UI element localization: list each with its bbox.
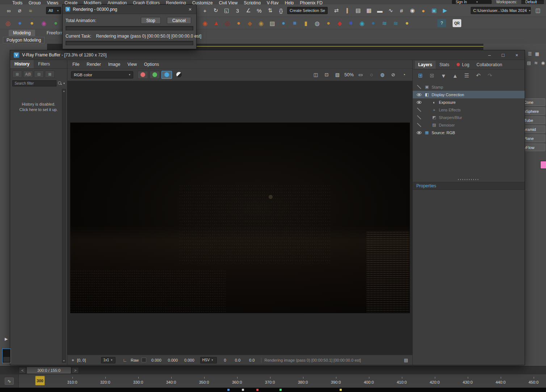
history-enable-link[interactable]: Click here to set it up. (10, 107, 67, 112)
zoom-50-button[interactable]: 50% (344, 71, 354, 79)
ribbon-tab[interactable]: Modeling (9, 30, 35, 36)
panel-tab[interactable]: Collaboration (473, 61, 505, 69)
render-last-icon[interactable]: ◔ (399, 71, 409, 79)
menu-item[interactable]: Rendering (166, 0, 186, 4)
menu-item[interactable]: Tools (12, 0, 22, 4)
visibility-toggle[interactable] (416, 101, 422, 104)
chevron-down-icon[interactable]: ▾ (63, 82, 65, 85)
phoenix-liquid-icon[interactable]: ● (234, 18, 244, 28)
camera-icon[interactable]: ◫ (533, 5, 543, 16)
close-icon[interactable]: × (187, 7, 193, 12)
visibility-toggle[interactable] (416, 93, 422, 96)
sidebar-tab[interactable]: History (10, 60, 34, 68)
visibility-toggle[interactable] (416, 123, 422, 127)
menu-item[interactable]: Help (285, 0, 294, 4)
plugin-red-ring-icon[interactable]: ◎ (3, 18, 13, 28)
menu-item[interactable]: Graph Editors (133, 0, 160, 4)
visibility-toggle[interactable] (416, 108, 422, 112)
sea-tile-icon[interactable]: ≋ (391, 18, 401, 28)
panel-tab[interactable]: Stats (436, 61, 453, 69)
layer-row[interactable]: ▦ Source: RGB (413, 129, 525, 136)
zoom-dropdown[interactable]: 1x1 ▾ (101, 357, 116, 363)
history-set-reference-icon[interactable]: ⊟ (34, 71, 44, 78)
rendered-frame-window-icon[interactable]: ▣ (429, 5, 439, 16)
layer-row[interactable]: ◧ Display Correction (413, 91, 525, 98)
menu-item[interactable]: Create (64, 0, 77, 4)
clear-image-icon[interactable]: ⊘ (388, 71, 398, 79)
menu-item[interactable]: V-Ray (267, 0, 279, 4)
teal-eye-icon[interactable]: ◉ (357, 18, 367, 28)
sign-in-button[interactable]: Sign In ▾ (452, 0, 492, 4)
mono-channel-icon[interactable] (176, 72, 182, 77)
layer-row[interactable]: ◩ Sharpen/Blur (413, 114, 525, 121)
workspace-selector[interactable]: Default (521, 0, 544, 4)
phoenix-fire-icon[interactable]: ▲ (211, 18, 221, 28)
menu-item[interactable]: Modifiers (84, 0, 101, 4)
search-input[interactable]: Search filter (12, 80, 56, 86)
angle-snap-icon[interactable]: ∠ (243, 5, 253, 16)
schematic-view-icon[interactable]: # (396, 5, 407, 16)
scroll-up-icon[interactable]: ▲ (63, 90, 65, 92)
vfb-menu-item[interactable]: Image (108, 62, 120, 68)
ribbon-toggle-icon[interactable]: ▬ (375, 5, 385, 16)
history-compare-ab-icon[interactable]: A|B (23, 71, 33, 78)
layer-row[interactable]: ◐ Exposure (413, 98, 525, 106)
blue-box-icon[interactable]: ■ (346, 18, 356, 28)
visibility-toggle[interactable] (416, 115, 422, 119)
brush-icon[interactable]: ▨ (267, 18, 277, 28)
layer-row[interactable]: ▣ Stamp (413, 83, 525, 91)
chaos-red-icon[interactable]: ◆ (335, 18, 345, 28)
water-drop-icon[interactable]: ● (278, 18, 289, 28)
layer-manager-icon[interactable]: ▦ (364, 5, 374, 16)
phoenix-foam-icon[interactable]: ◆ (245, 18, 255, 28)
timeline-scroll-thumb[interactable]: 300:0 / 155:0 (27, 367, 71, 374)
timeline-ruler[interactable]: ∿ 310:0320:0330:0340:0350:0360:0370:0380… (0, 374, 546, 388)
delete-layer-icon[interactable]: ⊠ (428, 72, 436, 80)
copy-image-icon[interactable]: ⊡ (322, 71, 331, 79)
menu-item[interactable]: Civil View (219, 0, 238, 4)
ice-cube-icon[interactable]: ■ (290, 18, 300, 28)
undo-icon[interactable]: ↶ (474, 72, 482, 80)
menu-item[interactable]: Views (47, 0, 58, 4)
align-icon[interactable]: ∥ (342, 5, 352, 16)
render-production-icon[interactable]: ▶ (440, 5, 450, 16)
panel-tab[interactable]: Log (453, 61, 472, 69)
curve-editor-icon[interactable]: ∿ (386, 5, 396, 16)
blue-channel-button[interactable] (161, 71, 172, 79)
layer-row[interactable]: ▨ Denoiser (413, 121, 525, 129)
select-and-link-icon[interactable]: ∞ (4, 5, 14, 16)
named-selection-sets-dropdown[interactable]: Create Selection Se ▾ (287, 7, 328, 14)
panel-menu-icon[interactable]: ☰ (528, 51, 532, 56)
properties-header[interactable]: Properties (413, 182, 525, 190)
panel-tab[interactable]: Layers (415, 61, 436, 69)
percent-snap-icon[interactable]: % (254, 5, 264, 16)
snap-toggle-icon[interactable]: 3 (232, 5, 243, 16)
visibility-toggle[interactable] (416, 131, 422, 134)
vray-teapot-icon[interactable]: ◉ (256, 18, 266, 28)
vfb-menu-item[interactable]: View (127, 62, 137, 68)
hsv-dropdown[interactable]: HSV ▾ (200, 357, 217, 363)
green-channel-button[interactable] (150, 71, 160, 79)
layer-row[interactable]: + Lens Effects (413, 106, 525, 114)
scene-explorer-icon[interactable]: ▤ (353, 5, 363, 16)
select-and-move-icon[interactable]: + (200, 5, 210, 16)
minimize-icon[interactable]: – (488, 52, 491, 58)
menu-item[interactable]: Animation (108, 0, 127, 4)
panel-sphere-icon[interactable]: ◉ (541, 60, 545, 65)
panel-waves-icon[interactable]: ≋ (534, 60, 538, 65)
panel-list-icon[interactable]: ▤ (527, 60, 531, 65)
save-image-icon[interactable]: ◫ (311, 71, 320, 79)
mirror-icon[interactable]: ⇄ (331, 5, 341, 16)
panel-expand-arrow[interactable]: ▶ (5, 337, 8, 341)
maximize-icon[interactable]: □ (502, 52, 505, 58)
qr-code-icon[interactable]: QR (453, 19, 461, 27)
vfb-menu-item[interactable]: Options (144, 62, 159, 68)
time-slider-playhead[interactable]: 300 (35, 376, 45, 385)
vfb-menu-item[interactable]: File (72, 62, 79, 68)
timeline-prev-button[interactable]: < (19, 367, 26, 374)
mini-viewport-box[interactable] (2, 349, 11, 363)
help-icon[interactable]: ? (437, 19, 446, 27)
project-folder-dropdown[interactable]: C:\Users\user...\3ds Max 2024 ▾ (471, 7, 531, 14)
layer-options-icon[interactable]: ☰ (463, 72, 471, 80)
panel-splitter-handle[interactable] (458, 179, 480, 180)
